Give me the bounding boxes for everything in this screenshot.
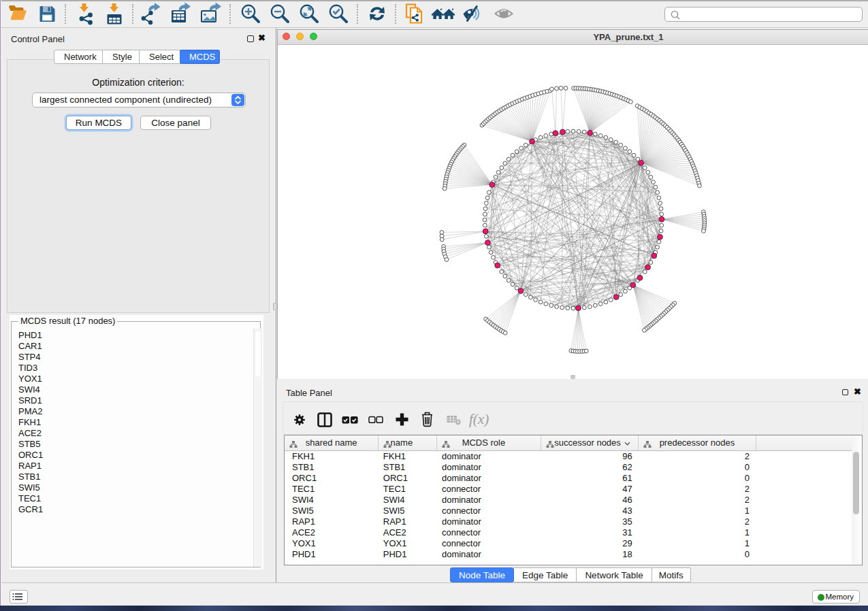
svg-text:f(x): f(x) bbox=[469, 411, 489, 427]
